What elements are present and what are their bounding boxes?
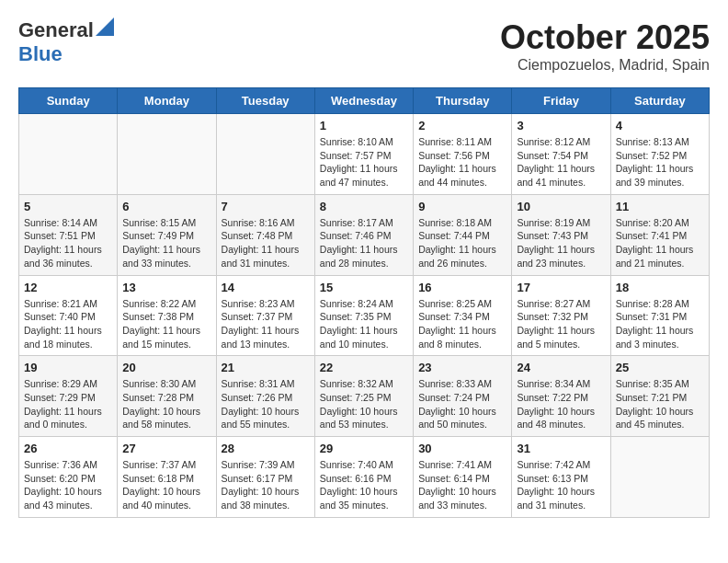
logo: General Blue bbox=[18, 18, 114, 66]
day-number: 9 bbox=[418, 200, 506, 213]
table-row: 9Sunrise: 8:18 AMSunset: 7:44 PMDaylight… bbox=[414, 194, 512, 275]
table-row: 8Sunrise: 8:17 AMSunset: 7:46 PMDaylight… bbox=[314, 194, 413, 275]
table-row: 20Sunrise: 8:30 AMSunset: 7:28 PMDayligh… bbox=[118, 356, 216, 437]
day-info: Sunrise: 7:39 AMSunset: 6:17 PMDaylight:… bbox=[222, 458, 310, 512]
day-info: Sunrise: 7:40 AMSunset: 6:16 PMDaylight:… bbox=[320, 458, 408, 512]
table-row: 12Sunrise: 8:21 AMSunset: 7:40 PMDayligh… bbox=[19, 275, 118, 356]
day-info: Sunrise: 8:10 AMSunset: 7:57 PMDaylight:… bbox=[320, 135, 408, 190]
table-row: 7Sunrise: 8:16 AMSunset: 7:48 PMDaylight… bbox=[216, 194, 314, 275]
table-row: 29Sunrise: 7:40 AMSunset: 6:16 PMDayligh… bbox=[314, 437, 413, 518]
day-info: Sunrise: 8:25 AMSunset: 7:34 PMDaylight:… bbox=[418, 297, 506, 351]
month-title: October 2025 bbox=[500, 18, 710, 57]
header-friday: Friday bbox=[512, 88, 610, 114]
table-row bbox=[19, 114, 118, 195]
table-row bbox=[610, 437, 709, 518]
header-monday: Monday bbox=[118, 88, 216, 114]
calendar-week-row: 19Sunrise: 8:29 AMSunset: 7:29 PMDayligh… bbox=[19, 356, 710, 437]
day-info: Sunrise: 8:21 AMSunset: 7:40 PMDaylight:… bbox=[24, 297, 112, 351]
day-info: Sunrise: 8:24 AMSunset: 7:35 PMDaylight:… bbox=[320, 297, 408, 351]
table-row: 15Sunrise: 8:24 AMSunset: 7:35 PMDayligh… bbox=[314, 275, 413, 356]
day-number: 11 bbox=[616, 200, 704, 213]
day-number: 24 bbox=[517, 361, 605, 374]
day-number: 26 bbox=[24, 442, 112, 455]
day-info: Sunrise: 8:27 AMSunset: 7:32 PMDaylight:… bbox=[517, 297, 605, 351]
table-row: 16Sunrise: 8:25 AMSunset: 7:34 PMDayligh… bbox=[414, 275, 512, 356]
day-info: Sunrise: 7:37 AMSunset: 6:18 PMDaylight:… bbox=[122, 458, 210, 512]
day-number: 10 bbox=[517, 200, 605, 213]
table-row: 17Sunrise: 8:27 AMSunset: 7:32 PMDayligh… bbox=[512, 275, 610, 356]
day-info: Sunrise: 8:12 AMSunset: 7:54 PMDaylight:… bbox=[517, 135, 605, 190]
day-info: Sunrise: 8:19 AMSunset: 7:43 PMDaylight:… bbox=[517, 216, 605, 270]
day-info: Sunrise: 8:31 AMSunset: 7:26 PMDaylight:… bbox=[222, 377, 310, 431]
day-number: 30 bbox=[418, 442, 506, 455]
day-info: Sunrise: 8:15 AMSunset: 7:49 PMDaylight:… bbox=[122, 216, 210, 270]
day-number: 4 bbox=[616, 119, 704, 132]
day-info: Sunrise: 7:41 AMSunset: 6:14 PMDaylight:… bbox=[418, 458, 506, 512]
table-row: 24Sunrise: 8:34 AMSunset: 7:22 PMDayligh… bbox=[512, 356, 610, 437]
day-info: Sunrise: 8:14 AMSunset: 7:51 PMDaylight:… bbox=[24, 216, 112, 270]
day-info: Sunrise: 8:29 AMSunset: 7:29 PMDaylight:… bbox=[24, 377, 112, 431]
day-info: Sunrise: 8:18 AMSunset: 7:44 PMDaylight:… bbox=[418, 216, 506, 270]
day-number: 19 bbox=[24, 361, 112, 374]
day-info: Sunrise: 8:30 AMSunset: 7:28 PMDaylight:… bbox=[122, 377, 210, 431]
table-row: 13Sunrise: 8:22 AMSunset: 7:38 PMDayligh… bbox=[118, 275, 216, 356]
day-info: Sunrise: 8:35 AMSunset: 7:21 PMDaylight:… bbox=[616, 377, 704, 431]
logo-blue-text: Blue bbox=[18, 42, 63, 65]
table-row: 27Sunrise: 7:37 AMSunset: 6:18 PMDayligh… bbox=[118, 437, 216, 518]
calendar-week-row: 12Sunrise: 8:21 AMSunset: 7:40 PMDayligh… bbox=[19, 275, 710, 356]
day-number: 12 bbox=[24, 281, 112, 294]
day-info: Sunrise: 8:13 AMSunset: 7:52 PMDaylight:… bbox=[616, 135, 704, 190]
day-number: 1 bbox=[320, 119, 408, 132]
location: Ciempozuelos, Madrid, Spain bbox=[500, 57, 710, 74]
table-row: 22Sunrise: 8:32 AMSunset: 7:25 PMDayligh… bbox=[314, 356, 413, 437]
day-number: 13 bbox=[122, 281, 210, 294]
header-sunday: Sunday bbox=[19, 88, 118, 114]
page-header: General Blue October 2025 Ciempozuelos, … bbox=[18, 18, 710, 74]
table-row: 3Sunrise: 8:12 AMSunset: 7:54 PMDaylight… bbox=[512, 114, 610, 195]
day-number: 16 bbox=[418, 281, 506, 294]
day-info: Sunrise: 8:20 AMSunset: 7:41 PMDaylight:… bbox=[616, 216, 704, 270]
header-thursday: Thursday bbox=[414, 88, 512, 114]
day-number: 28 bbox=[222, 442, 310, 455]
day-number: 3 bbox=[517, 119, 605, 132]
day-number: 29 bbox=[320, 442, 408, 455]
day-number: 22 bbox=[320, 361, 408, 374]
logo-icon bbox=[96, 17, 114, 36]
table-row: 4Sunrise: 8:13 AMSunset: 7:52 PMDaylight… bbox=[610, 114, 709, 195]
header-wednesday: Wednesday bbox=[314, 88, 413, 114]
table-row: 31Sunrise: 7:42 AMSunset: 6:13 PMDayligh… bbox=[512, 437, 610, 518]
table-row: 23Sunrise: 8:33 AMSunset: 7:24 PMDayligh… bbox=[414, 356, 512, 437]
table-row: 26Sunrise: 7:36 AMSunset: 6:20 PMDayligh… bbox=[19, 437, 118, 518]
table-row: 21Sunrise: 8:31 AMSunset: 7:26 PMDayligh… bbox=[216, 356, 314, 437]
table-row: 30Sunrise: 7:41 AMSunset: 6:14 PMDayligh… bbox=[414, 437, 512, 518]
day-info: Sunrise: 7:36 AMSunset: 6:20 PMDaylight:… bbox=[24, 458, 112, 512]
calendar-table: Sunday Monday Tuesday Wednesday Thursday… bbox=[18, 87, 710, 518]
day-number: 21 bbox=[222, 361, 310, 374]
table-row bbox=[216, 114, 314, 195]
table-row: 1Sunrise: 8:10 AMSunset: 7:57 PMDaylight… bbox=[314, 114, 413, 195]
table-row: 5Sunrise: 8:14 AMSunset: 7:51 PMDaylight… bbox=[19, 194, 118, 275]
calendar-week-row: 26Sunrise: 7:36 AMSunset: 6:20 PMDayligh… bbox=[19, 437, 710, 518]
svg-marker-0 bbox=[96, 17, 114, 36]
day-number: 18 bbox=[616, 281, 704, 294]
day-number: 23 bbox=[418, 361, 506, 374]
calendar-week-row: 5Sunrise: 8:14 AMSunset: 7:51 PMDaylight… bbox=[19, 194, 710, 275]
table-row: 19Sunrise: 8:29 AMSunset: 7:29 PMDayligh… bbox=[19, 356, 118, 437]
day-number: 8 bbox=[320, 200, 408, 213]
header-tuesday: Tuesday bbox=[216, 88, 314, 114]
day-info: Sunrise: 8:33 AMSunset: 7:24 PMDaylight:… bbox=[418, 377, 506, 431]
day-number: 7 bbox=[222, 200, 310, 213]
table-row: 6Sunrise: 8:15 AMSunset: 7:49 PMDaylight… bbox=[118, 194, 216, 275]
table-row: 14Sunrise: 8:23 AMSunset: 7:37 PMDayligh… bbox=[216, 275, 314, 356]
day-number: 15 bbox=[320, 281, 408, 294]
table-row: 2Sunrise: 8:11 AMSunset: 7:56 PMDaylight… bbox=[414, 114, 512, 195]
day-number: 31 bbox=[517, 442, 605, 455]
day-info: Sunrise: 8:32 AMSunset: 7:25 PMDaylight:… bbox=[320, 377, 408, 431]
day-info: Sunrise: 8:28 AMSunset: 7:31 PMDaylight:… bbox=[616, 297, 704, 351]
table-row bbox=[118, 114, 216, 195]
calendar-week-row: 1Sunrise: 8:10 AMSunset: 7:57 PMDaylight… bbox=[19, 114, 710, 195]
table-row: 25Sunrise: 8:35 AMSunset: 7:21 PMDayligh… bbox=[610, 356, 709, 437]
header-saturday: Saturday bbox=[610, 88, 709, 114]
table-row: 11Sunrise: 8:20 AMSunset: 7:41 PMDayligh… bbox=[610, 194, 709, 275]
day-number: 14 bbox=[222, 281, 310, 294]
